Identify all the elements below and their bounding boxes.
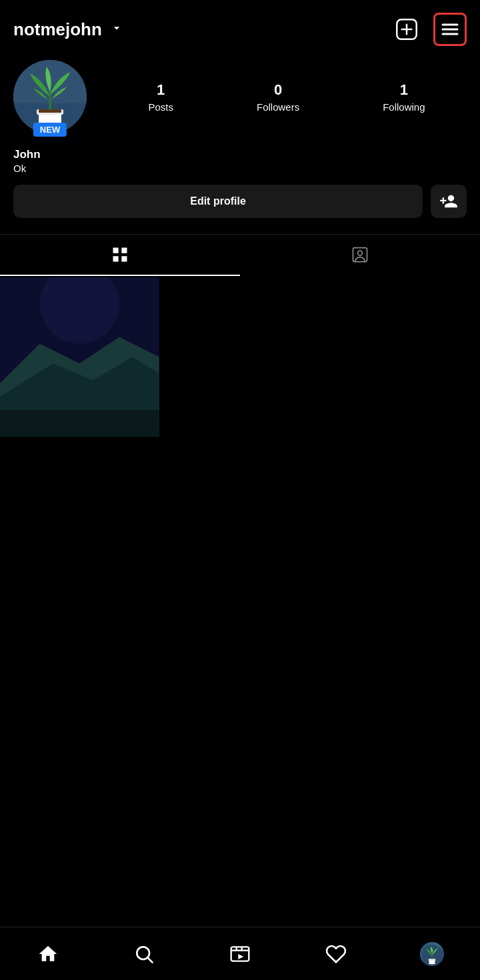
- following-count: 1: [400, 81, 408, 99]
- tabs-row: [0, 234, 480, 276]
- post-thumbnail[interactable]: [0, 277, 159, 437]
- svg-rect-10: [39, 109, 61, 113]
- followers-count: 0: [274, 81, 282, 99]
- avatar-container[interactable]: NEW: [13, 60, 87, 133]
- followers-label: Followers: [257, 101, 299, 113]
- svg-rect-22: [231, 947, 249, 961]
- posts-count: 1: [157, 81, 165, 99]
- svg-rect-28: [429, 960, 435, 964]
- tab-grid[interactable]: [0, 235, 240, 276]
- search-icon: [133, 943, 155, 965]
- bottom-nav: [0, 927, 480, 980]
- grid-icon: [111, 245, 129, 264]
- following-stat[interactable]: 1 Following: [383, 81, 425, 113]
- nav-profile-avatar: [420, 942, 444, 966]
- svg-rect-29: [429, 959, 436, 961]
- new-badge: NEW: [33, 123, 67, 137]
- tagged-icon: [351, 245, 369, 264]
- svg-line-21: [148, 958, 153, 963]
- svg-rect-19: [0, 410, 159, 437]
- add-friend-button[interactable]: [431, 185, 467, 218]
- svg-marker-26: [238, 954, 243, 959]
- svg-rect-12: [353, 248, 367, 262]
- chevron-down-icon[interactable]: [110, 21, 123, 38]
- posts-label: Posts: [148, 101, 173, 113]
- heart-icon: [325, 943, 347, 965]
- following-label: Following: [383, 101, 425, 113]
- menu-button[interactable]: [433, 13, 467, 46]
- profile-name: John: [13, 148, 467, 161]
- edit-profile-button[interactable]: Edit profile: [13, 185, 423, 218]
- profile-info: John Ok: [13, 148, 467, 174]
- header-left: notmejohn: [13, 19, 123, 40]
- nav-reels[interactable]: [192, 927, 288, 980]
- stats-row: 1 Posts 0 Followers 1 Following: [107, 81, 467, 113]
- nav-search[interactable]: [96, 927, 192, 980]
- posts-stat[interactable]: 1 Posts: [148, 81, 173, 113]
- reels-icon: [229, 943, 251, 965]
- tab-tagged[interactable]: [240, 235, 480, 276]
- profile-section: NEW 1 Posts 0 Followers 1 Following John…: [0, 53, 480, 225]
- home-icon: [37, 943, 59, 965]
- header: notmejohn: [0, 0, 480, 53]
- svg-point-13: [358, 251, 363, 255]
- posts-grid: [0, 277, 480, 437]
- svg-point-20: [137, 947, 149, 959]
- nav-home[interactable]: [0, 927, 96, 980]
- header-right: [392, 13, 467, 46]
- nav-activity[interactable]: [288, 927, 384, 980]
- followers-stat[interactable]: 0 Followers: [257, 81, 299, 113]
- username-text[interactable]: notmejohn: [13, 19, 102, 40]
- profile-bio: Ok: [13, 163, 467, 174]
- nav-profile[interactable]: [384, 927, 480, 980]
- profile-top: NEW 1 Posts 0 Followers 1 Following: [13, 60, 467, 133]
- add-post-button[interactable]: [392, 15, 421, 44]
- action-buttons: Edit profile: [13, 185, 467, 225]
